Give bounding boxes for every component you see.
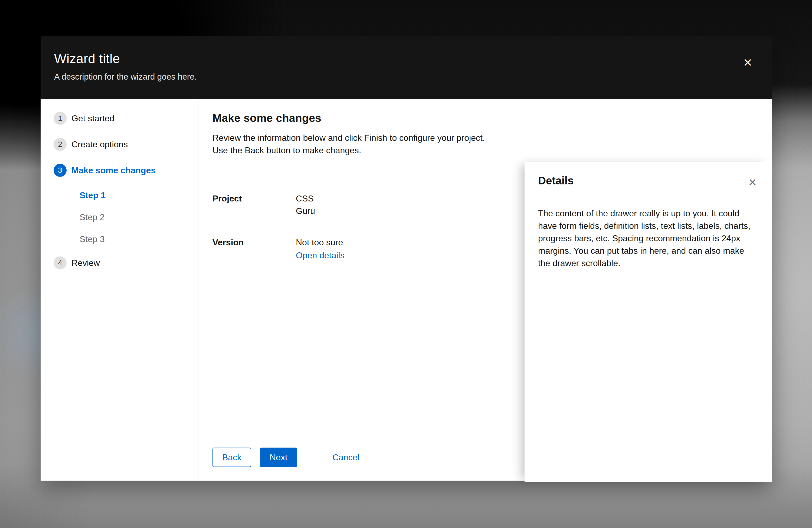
drawer-body-text: The content of the drawer really is up t… [538,207,757,269]
modal-close-button[interactable]: ✕ [743,57,752,69]
wizard-body: 1 Get started 2 Create options 3 Make so… [41,99,772,481]
wizard-substep-list: Step 1 Step 2 Step 3 [54,190,198,244]
content-description: Review the information below and click F… [213,132,494,157]
step-number-badge-4: 4 [54,256,67,269]
wizard-description: A description for the wizard goes here. [54,72,745,82]
open-details-link[interactable]: Open details [296,249,345,261]
step-number-badge-2: 2 [54,138,67,151]
nav-substep-step-1[interactable]: Step 1 [79,190,198,201]
wizard-modal: Wizard title A description for the wizar… [41,36,772,481]
field-label-project: Project [213,192,296,217]
drawer-title: Details [538,175,574,187]
cancel-button[interactable]: Cancel [332,447,360,467]
step-label-get-started: Get started [71,113,114,124]
nav-step-make-some-changes[interactable]: 3 Make some changes [54,164,198,177]
drawer-close-icon: ✕ [748,176,757,188]
step-number-badge-3: 3 [54,164,67,177]
wizard-step-list: 1 Get started 2 Create options 3 Make so… [54,112,198,269]
details-drawer: Details ✕ The content of the drawer real… [524,162,772,482]
nav-substep-step-3: Step 3 [79,234,198,244]
nav-step-review[interactable]: 4 Review [54,256,198,269]
drawer-header: Details ✕ [538,175,757,188]
wizard-header: Wizard title A description for the wizar… [41,36,772,99]
step-number-badge-1: 1 [54,112,67,125]
nav-step-create-options[interactable]: 2 Create options [54,138,198,151]
nav-substep-step-2: Step 2 [79,212,198,223]
field-label-version: Version [213,236,296,261]
drawer-close-button[interactable]: ✕ [748,177,757,188]
blurred-background: Wizard title A description for the wizar… [0,0,812,528]
step-label-review: Review [71,258,100,268]
wizard-title: Wizard title [54,51,745,66]
content-title: Make some changes [213,112,756,125]
close-icon: ✕ [743,56,752,69]
nav-substep-group: Step 1 Step 2 Step 3 [54,190,198,244]
next-button[interactable]: Next [260,447,297,467]
nav-step-get-started[interactable]: 1 Get started [54,112,198,125]
back-button[interactable]: Back [213,447,251,467]
step-label-make-some-changes: Make some changes [71,166,156,175]
step-label-create-options: Create options [71,140,128,149]
wizard-nav: 1 Get started 2 Create options 3 Make so… [41,99,199,481]
